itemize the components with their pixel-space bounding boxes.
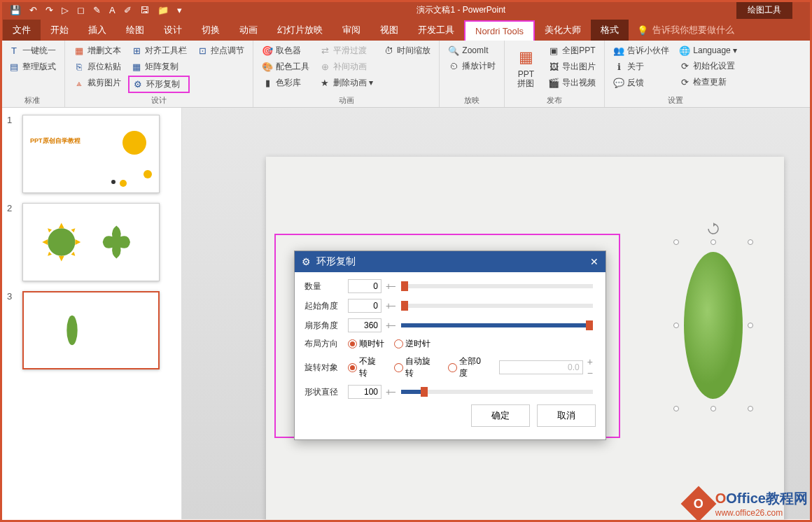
ok-button[interactable]: 确定 bbox=[471, 404, 530, 427]
group-settings: 👥告诉小伙伴 ℹ关于 💬反馈 🌐Language ▾ ⟳初始化设置 ⟳检查更新 … bbox=[605, 41, 746, 107]
align-bar-button[interactable]: ⊞对齐工具栏 bbox=[128, 43, 190, 58]
puzzle-icon: ▦ bbox=[514, 46, 537, 69]
group-label-play: 放映 bbox=[445, 94, 498, 107]
start-icon[interactable]: ▷ bbox=[62, 5, 69, 15]
ink-icon[interactable]: ✎ bbox=[93, 5, 101, 15]
color-picker-button[interactable]: 🎯取色器 bbox=[259, 43, 312, 58]
handle-s[interactable] bbox=[710, 406, 716, 411]
init-set-button[interactable]: ⟳初始化设置 bbox=[676, 59, 740, 73]
paste-orig-button[interactable]: ⎘原位粘贴 bbox=[71, 59, 124, 74]
slide-panel[interactable]: 1 PPT原创自学教程 2 3 bbox=[0, 108, 182, 519]
qty-input[interactable] bbox=[348, 279, 382, 293]
handle-w[interactable] bbox=[673, 323, 679, 328]
diameter-input[interactable] bbox=[348, 385, 382, 399]
tab-insert[interactable]: 插入 bbox=[78, 20, 116, 41]
tab-dev[interactable]: 开发工具 bbox=[408, 20, 464, 41]
diam-spinner[interactable]: +− bbox=[386, 386, 394, 397]
del-anim-button[interactable]: ★删除动画 ▾ bbox=[316, 76, 376, 90]
undo-icon[interactable]: ↶ bbox=[29, 5, 37, 15]
tab-design[interactable]: 设计 bbox=[154, 20, 192, 41]
font-color-icon[interactable]: A bbox=[109, 5, 115, 15]
cancel-button[interactable]: 取消 bbox=[537, 404, 596, 427]
partner-button[interactable]: 👥告诉小伙伴 bbox=[610, 43, 672, 58]
handle-ne[interactable] bbox=[748, 239, 753, 245]
object-icon[interactable]: ◻ bbox=[77, 5, 85, 15]
tab-beautify[interactable]: 美化大师 bbox=[535, 20, 591, 41]
format-org-button[interactable]: ▤整理版式 bbox=[6, 59, 59, 74]
feedback-button[interactable]: 💬反馈 bbox=[610, 76, 672, 90]
ctrl-adj-button[interactable]: ⊡控点调节 bbox=[194, 43, 247, 58]
handle-sw[interactable] bbox=[673, 406, 679, 411]
zoomit-button[interactable]: 🔍ZoomIt bbox=[445, 43, 498, 57]
fan-angle-input[interactable] bbox=[348, 318, 382, 332]
radio-auto-rotate[interactable]: 自动旋转 bbox=[394, 355, 439, 379]
qty-slider[interactable] bbox=[401, 284, 593, 288]
fan-slider[interactable] bbox=[401, 323, 593, 327]
group-publish: ▦ PPT 拼图 ▣全图PPT 🖼导出图片 🎬导出视频 发布 bbox=[505, 41, 605, 107]
add-text-button[interactable]: ▦增删文本 bbox=[71, 43, 124, 58]
radio-cw[interactable]: 顺时针 bbox=[348, 338, 384, 350]
timer-button[interactable]: ⏲播放计时 bbox=[445, 59, 498, 73]
palette-button[interactable]: 🎨配色工具 bbox=[259, 59, 312, 74]
open-icon[interactable]: 📁 bbox=[158, 5, 169, 15]
all-zero-spinner[interactable]: +− bbox=[587, 356, 596, 379]
full-ppt-button[interactable]: ▣全图PPT bbox=[545, 43, 598, 58]
save-icon[interactable]: 💾 bbox=[10, 5, 21, 15]
radio-all-zero[interactable]: 全部0度 bbox=[448, 355, 489, 379]
group-play: 🔍ZoomIt ⏲播放计时 放映 bbox=[440, 41, 505, 107]
fan-spinner[interactable]: +− bbox=[386, 320, 394, 331]
unify-button[interactable]: T一键统一 bbox=[6, 43, 59, 58]
tab-slideshow[interactable]: 幻灯片放映 bbox=[267, 20, 332, 41]
tab-review[interactable]: 审阅 bbox=[332, 20, 370, 41]
qat-more-icon[interactable]: ▾ bbox=[177, 5, 182, 15]
fan-angle-label: 扇形角度 bbox=[304, 320, 344, 332]
handle-se[interactable] bbox=[748, 406, 753, 411]
ring-copy-button[interactable]: ⚙环形复制 bbox=[128, 76, 190, 93]
matrix-copy-button[interactable]: ▦矩阵复制 bbox=[128, 59, 190, 74]
radio-ccw[interactable]: 逆时针 bbox=[394, 338, 430, 350]
all-zero-input[interactable] bbox=[499, 360, 583, 374]
rotate-handle-icon[interactable] bbox=[707, 223, 720, 235]
tab-animation[interactable]: 动画 bbox=[230, 20, 267, 41]
tab-draw[interactable]: 绘图 bbox=[116, 20, 154, 41]
handle-nw[interactable] bbox=[673, 239, 679, 245]
start-slider[interactable] bbox=[401, 304, 593, 308]
export-img-button[interactable]: 🖼导出图片 bbox=[545, 59, 598, 74]
svg-point-9 bbox=[66, 316, 77, 345]
paint-icon[interactable]: ✐ bbox=[124, 5, 132, 15]
tab-nordri[interactable]: Nordri Tools bbox=[464, 20, 535, 41]
check-upd-button[interactable]: ⟳检查更新 bbox=[676, 75, 740, 90]
tween-button: ⊕补间动画 bbox=[316, 59, 376, 74]
time-zoom-button[interactable]: ⏱时间缩放 bbox=[380, 43, 433, 58]
ring-copy-dialog: ⚙ 环形复制 ✕ 数量 +− 起始角度 +− 扇形角度 +− 布局方向 顺时针 … bbox=[294, 251, 606, 440]
about-button[interactable]: ℹ关于 bbox=[610, 59, 672, 74]
slide-thumb-2[interactable]: 2 bbox=[7, 203, 174, 281]
qty-label: 数量 bbox=[304, 281, 344, 292]
save2-icon[interactable]: 🖫 bbox=[140, 5, 149, 15]
language-button[interactable]: 🌐Language ▾ bbox=[676, 43, 740, 57]
selected-shape[interactable] bbox=[676, 242, 750, 409]
radio-no-rotate[interactable]: 不旋转 bbox=[348, 355, 384, 379]
crop-img-button[interactable]: ⟁裁剪图片 bbox=[71, 76, 124, 90]
tab-home[interactable]: 开始 bbox=[41, 20, 78, 41]
handle-n[interactable] bbox=[710, 239, 716, 245]
handle-e[interactable] bbox=[748, 323, 753, 328]
dialog-titlebar[interactable]: ⚙ 环形复制 ✕ bbox=[295, 251, 606, 272]
tab-format[interactable]: 格式 bbox=[591, 20, 629, 41]
slide-thumb-3[interactable]: 3 bbox=[7, 291, 174, 369]
tab-view[interactable]: 视图 bbox=[370, 20, 408, 41]
qty-spinner[interactable]: +− bbox=[386, 281, 394, 292]
color-lib-button[interactable]: ▮色彩库 bbox=[259, 76, 312, 90]
start-spinner[interactable]: +− bbox=[386, 300, 394, 311]
group-design: ▦增删文本 ⎘原位粘贴 ⟁裁剪图片 ⊞对齐工具栏 ▦矩阵复制 ⚙环形复制 ⊡控点… bbox=[65, 41, 253, 107]
tab-file[interactable]: 文件 bbox=[3, 20, 41, 41]
redo-icon[interactable]: ↷ bbox=[46, 5, 53, 15]
tab-transition[interactable]: 切换 bbox=[192, 20, 230, 41]
ppt-puzzle-button[interactable]: ▦ PPT 拼图 bbox=[510, 43, 541, 94]
tell-me[interactable]: 💡 告诉我你想要做什么 bbox=[629, 20, 743, 41]
close-icon[interactable]: ✕ bbox=[590, 256, 598, 267]
start-angle-input[interactable] bbox=[348, 299, 382, 313]
slide-thumb-1[interactable]: 1 PPT原创自学教程 bbox=[7, 115, 174, 193]
export-vid-button[interactable]: 🎬导出视频 bbox=[545, 76, 598, 90]
diameter-slider[interactable] bbox=[401, 390, 593, 394]
